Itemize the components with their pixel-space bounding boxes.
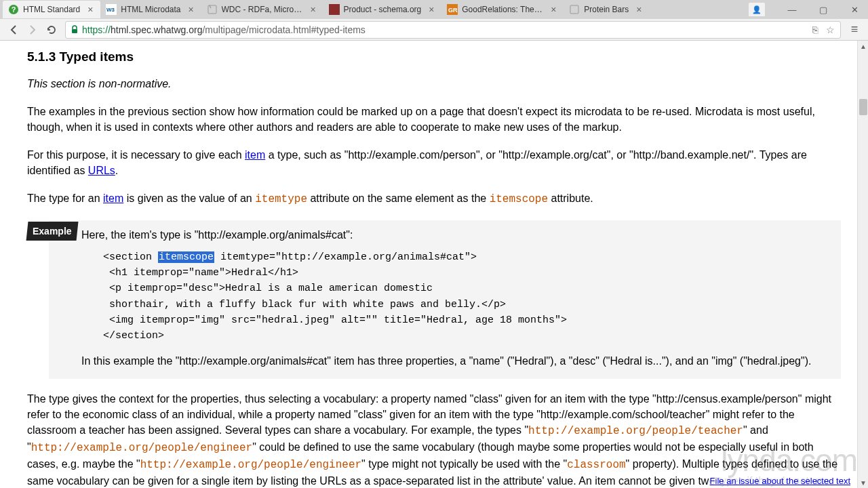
svg-rect-5: [329, 4, 340, 15]
tab-label: HTML Microdata: [121, 5, 180, 14]
close-icon[interactable]: ×: [85, 5, 95, 14]
paragraph-4: The type gives the context for the prope…: [27, 391, 841, 488]
schema-icon: [329, 4, 340, 15]
itemtype-code: itemtype: [255, 193, 307, 205]
tab-label: GoodRelations: The Pr: [462, 5, 543, 14]
page-content: 5.1.3 Typed items This section is non-no…: [0, 41, 868, 488]
scroll-thumb[interactable]: [859, 99, 867, 115]
reload-button[interactable]: [42, 20, 61, 39]
browser-chrome: ? HTML Standard × W3 HTML Microdata × WD…: [0, 0, 868, 41]
window-controls: 👤 — ▢ ✕: [749, 2, 868, 17]
tab-label: Protein Bars: [584, 5, 629, 14]
tab-label: Product - schema.org: [344, 5, 422, 14]
w3-icon: W3: [106, 4, 117, 15]
code-block[interactable]: <section itemscope itemtype="http://exam…: [103, 249, 831, 344]
translate-icon[interactable]: ⎘: [809, 24, 821, 36]
toolbar: https://html.spec.whatwg.org/multipage/m…: [0, 19, 868, 41]
example-intro: Here, the item's type is "http://example…: [81, 227, 831, 243]
example-box: Example Here, the item's type is "http:/…: [49, 220, 841, 379]
tab-html-microdata[interactable]: W3 HTML Microdata ×: [100, 1, 201, 18]
svg-text:GR: GR: [448, 7, 458, 14]
generic-icon: [569, 4, 580, 15]
highlighted-text: itemscope: [158, 251, 214, 263]
paragraph-2: For this purpose, it is necessary to giv…: [27, 147, 841, 178]
tab-goodrelations[interactable]: GR GoodRelations: The Pr ×: [441, 1, 564, 18]
user-icon[interactable]: 👤: [749, 3, 765, 16]
itemscope-code: itemscope: [490, 193, 548, 205]
whatwg-icon: ?: [8, 4, 19, 15]
tab-schema[interactable]: Product - schema.org ×: [323, 1, 442, 18]
close-icon[interactable]: ×: [186, 5, 196, 14]
svg-rect-8: [570, 5, 578, 14]
viewport: 5.1.3 Typed items This section is non-no…: [0, 41, 868, 488]
close-window-button[interactable]: ✕: [844, 2, 865, 17]
forward-button[interactable]: [23, 20, 42, 39]
svg-text:W3: W3: [106, 7, 115, 13]
scrollbar[interactable]: ▲ ▼: [857, 41, 868, 488]
example-outro: In this example the "http://example.org/…: [81, 353, 831, 369]
tab-wdc[interactable]: WDC - RDFa, Microdat ×: [201, 1, 323, 18]
tab-html-standard[interactable]: ? HTML Standard ×: [3, 1, 100, 18]
menu-button[interactable]: ≡: [845, 20, 864, 39]
close-icon[interactable]: ×: [634, 5, 644, 14]
file-issue-link[interactable]: File an issue about the selected text: [709, 475, 852, 487]
tab-strip: ? HTML Standard × W3 HTML Microdata × WD…: [0, 0, 868, 19]
tab-protein-bars[interactable]: Protein Bars ×: [564, 1, 649, 18]
item-link[interactable]: item: [103, 192, 123, 204]
paragraph-1: The examples in the previous section sho…: [27, 104, 841, 135]
close-icon[interactable]: ×: [549, 5, 558, 14]
teacher-code: http://example.org/people/teacher: [528, 425, 743, 437]
generic-icon: [207, 4, 218, 15]
lock-icon: [70, 25, 79, 35]
tab-label: HTML Standard: [23, 5, 80, 14]
svg-rect-9: [72, 29, 77, 33]
back-button[interactable]: [4, 20, 23, 39]
section-heading: 5.1.3 Typed items: [27, 47, 841, 66]
engineer-code-2: http://example.org/people/engineer: [140, 459, 361, 471]
address-bar[interactable]: https://html.spec.whatwg.org/multipage/m…: [65, 21, 841, 39]
close-icon[interactable]: ×: [427, 5, 436, 14]
classroom-code: classroom: [567, 459, 625, 471]
maximize-button[interactable]: ▢: [812, 2, 834, 17]
scroll-down-arrow[interactable]: ▼: [858, 477, 868, 488]
close-icon[interactable]: ×: [309, 5, 318, 14]
scroll-up-arrow[interactable]: ▲: [858, 41, 868, 52]
example-label: Example: [26, 222, 79, 241]
item-link[interactable]: item: [245, 149, 265, 161]
bookmark-icon[interactable]: ☆: [824, 24, 836, 36]
non-normative-note: This section is non-normative.: [27, 76, 841, 92]
gr-icon: GR: [447, 4, 458, 15]
svg-text:?: ?: [12, 5, 16, 14]
minimize-button[interactable]: —: [781, 2, 803, 17]
paragraph-3: The type for an item is given as the val…: [27, 190, 841, 207]
urls-link[interactable]: URLs: [88, 165, 115, 176]
engineer-code: http://example.org/people/engineer: [31, 442, 252, 454]
url-text: https://html.spec.whatwg.org/multipage/m…: [82, 24, 806, 35]
svg-rect-4: [208, 5, 216, 14]
tab-label: WDC - RDFa, Microdat: [222, 5, 303, 14]
